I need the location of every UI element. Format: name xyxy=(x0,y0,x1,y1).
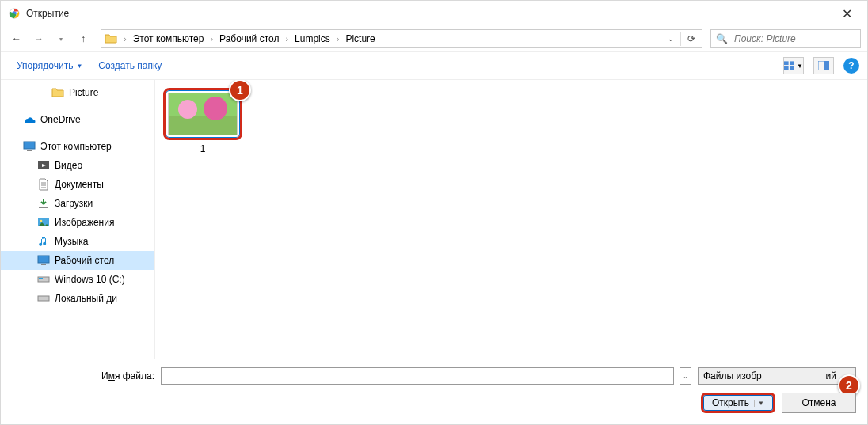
sidebar-item-label: Picture xyxy=(69,87,98,98)
navigation-tree: Picture OneDrive Этот компьютер Видео До… xyxy=(1,80,155,359)
chevron-right-icon: › xyxy=(120,34,130,44)
sidebar-item-onedrive[interactable]: OneDrive xyxy=(1,110,154,129)
forward-button[interactable]: → xyxy=(29,29,48,48)
filename-dropdown[interactable]: ⌄ xyxy=(680,367,691,385)
desktop-icon xyxy=(37,254,50,267)
sidebar-item-local-disk[interactable]: Локальный ди xyxy=(1,289,154,308)
chevron-down-icon: ▼ xyxy=(76,63,82,70)
svg-rect-9 xyxy=(27,150,32,151)
svg-rect-13 xyxy=(38,256,49,263)
cancel-button-label: Отмена xyxy=(801,397,836,408)
sidebar-item-label: Изображения xyxy=(55,217,114,228)
svg-rect-8 xyxy=(24,142,35,149)
sidebar-item-c-drive[interactable]: Windows 10 (C:) xyxy=(1,270,154,289)
address-bar[interactable]: › Этот компьютер › Рабочий стол › Lumpic… xyxy=(101,29,702,48)
open-button-label: Открыть xyxy=(712,397,749,408)
toolbar: Упорядочить ▼ Создать папку ▼ ? xyxy=(1,51,867,80)
pc-icon xyxy=(23,140,36,153)
up-button[interactable]: ↑ xyxy=(74,29,93,48)
annotation-badge-1: 1 xyxy=(229,80,251,101)
chevron-right-icon: › xyxy=(282,34,291,44)
filename-input[interactable] xyxy=(161,367,674,385)
chrome-icon xyxy=(9,8,20,19)
file-item[interactable]: 1 1 xyxy=(163,88,242,154)
sidebar-item-picture[interactable]: Picture xyxy=(1,83,154,102)
folder-icon xyxy=(103,31,119,47)
sidebar-item-label: Этот компьютер xyxy=(40,141,112,152)
folder-icon xyxy=(51,86,64,99)
svg-rect-4 xyxy=(784,66,789,70)
recent-dropdown[interactable]: ▾ xyxy=(51,29,70,48)
drive-icon xyxy=(37,292,50,305)
breadcrumb-picture[interactable]: Picture xyxy=(342,32,378,46)
search-box[interactable]: 🔍 xyxy=(710,29,861,48)
svg-rect-14 xyxy=(41,264,46,265)
help-button[interactable]: ? xyxy=(843,58,859,74)
svg-rect-5 xyxy=(790,66,794,70)
preview-pane-button[interactable] xyxy=(813,57,834,74)
sidebar-item-music[interactable]: Музыка xyxy=(1,232,154,251)
file-thumbnail[interactable]: 1 xyxy=(163,88,242,140)
downloads-icon xyxy=(37,197,50,210)
svg-rect-16 xyxy=(39,278,43,279)
breadcrumb-root[interactable]: Этот компьютер xyxy=(130,32,207,46)
back-button[interactable]: ← xyxy=(7,29,26,48)
chevron-right-icon: › xyxy=(207,34,216,44)
sidebar-item-label: Windows 10 (C:) xyxy=(55,274,125,285)
onedrive-icon xyxy=(23,113,36,126)
chevron-right-icon: › xyxy=(333,34,343,44)
svg-rect-7 xyxy=(824,61,829,70)
sidebar-item-label: Локальный ди xyxy=(55,293,117,304)
svg-rect-2 xyxy=(784,61,789,65)
refresh-button[interactable]: ⟳ xyxy=(687,33,695,44)
nav-bar: ← → ▾ ↑ › Этот компьютер › Рабочий стол … xyxy=(1,26,867,51)
svg-rect-3 xyxy=(790,61,794,65)
open-file-dialog: Открытие ✕ ← → ▾ ↑ › Этот компьютер › Ра… xyxy=(0,0,868,425)
chevron-down-icon[interactable]: ▼ xyxy=(754,400,764,407)
sidebar-item-label: Документы xyxy=(55,179,104,190)
title-bar: Открытие ✕ xyxy=(1,1,867,26)
sidebar-item-this-pc[interactable]: Этот компьютер xyxy=(1,137,154,156)
sidebar-item-documents[interactable]: Документы xyxy=(1,175,154,194)
filename-label: Имя файла: xyxy=(12,370,154,381)
view-mode-button[interactable]: ▼ xyxy=(783,57,804,74)
sidebar-item-images[interactable]: Изображения xyxy=(1,213,154,232)
filter-label: Файлы изобр xyxy=(703,370,762,381)
file-type-filter[interactable]: Файлы изобр ий ⌄ 2 xyxy=(698,367,856,385)
close-button[interactable]: ✕ xyxy=(831,2,862,25)
svg-rect-17 xyxy=(38,296,49,301)
cancel-button[interactable]: Отмена xyxy=(782,393,856,413)
file-label: 1 xyxy=(200,143,206,154)
chevron-down-icon[interactable]: ⌄ xyxy=(668,35,674,43)
sidebar-item-desktop[interactable]: Рабочий стол xyxy=(1,251,154,270)
new-folder-button[interactable]: Создать папку xyxy=(98,60,162,71)
search-input[interactable] xyxy=(733,32,855,45)
open-button[interactable]: Открыть ▼ xyxy=(701,393,775,413)
documents-icon xyxy=(37,178,50,191)
music-icon xyxy=(37,235,50,248)
svg-point-12 xyxy=(40,220,43,222)
breadcrumb-desktop[interactable]: Рабочий стол xyxy=(216,32,282,46)
organize-menu[interactable]: Упорядочить ▼ xyxy=(17,60,82,71)
drive-icon xyxy=(37,273,50,286)
breadcrumb-lumpics[interactable]: Lumpics xyxy=(291,32,333,46)
search-icon: 🔍 xyxy=(716,33,728,44)
sidebar-item-label: Видео xyxy=(55,160,82,171)
footer: Имя файла: ⌄ Файлы изобр ий ⌄ 2 Открыть … xyxy=(1,359,867,424)
sidebar-item-label: Загрузки xyxy=(55,198,93,209)
window-title: Открытие xyxy=(26,8,69,19)
sidebar-item-downloads[interactable]: Загрузки xyxy=(1,194,154,213)
file-list[interactable]: 1 1 xyxy=(155,80,867,359)
sidebar-item-label: Музыка xyxy=(55,236,88,247)
images-icon xyxy=(37,216,50,229)
video-icon xyxy=(37,159,50,172)
sidebar-item-label: Рабочий стол xyxy=(55,255,114,266)
sidebar-item-video[interactable]: Видео xyxy=(1,156,154,175)
sidebar-item-label: OneDrive xyxy=(40,114,81,125)
